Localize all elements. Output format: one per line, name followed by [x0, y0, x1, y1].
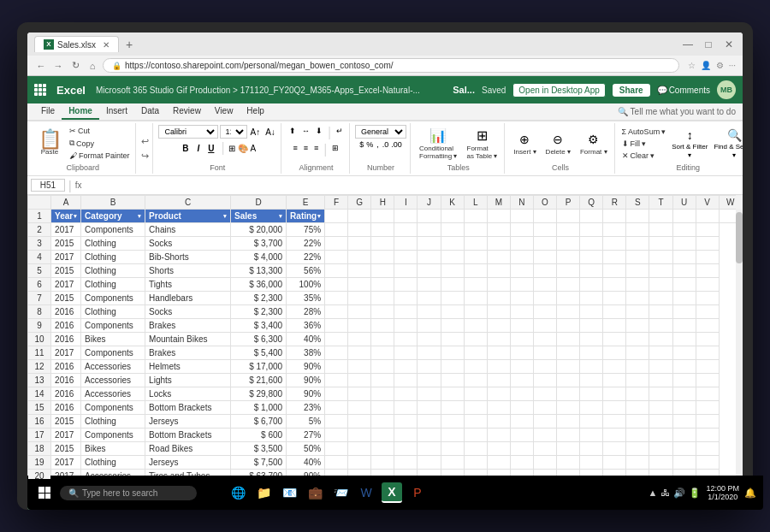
cell-product[interactable]: Chains	[145, 223, 231, 237]
cell-sales[interactable]: $ 6,300	[231, 333, 287, 346]
header-product[interactable]: Product ▾	[145, 210, 231, 223]
browser-tab-active[interactable]: X Sales.xlsx ✕	[34, 36, 119, 52]
merge-btn[interactable]: ⊞	[329, 142, 341, 157]
cell-rating[interactable]: 75%	[287, 223, 325, 237]
row-num-19[interactable]: 19	[28, 456, 51, 470]
row-num-16[interactable]: 16	[28, 415, 51, 429]
tray-expand-icon[interactable]: ▲	[649, 488, 658, 499]
cell-product[interactable]: Jerseys	[145, 456, 231, 470]
cell-year[interactable]: 2015	[51, 442, 81, 456]
delete-cells-btn[interactable]: ⊖ Delete ▾	[542, 129, 574, 157]
cell-category[interactable]: Clothing	[81, 456, 145, 470]
format-cells-btn[interactable]: ⚙ Format ▾	[577, 129, 611, 157]
refresh-btn[interactable]: ↻	[68, 60, 82, 71]
cell-category[interactable]: Clothing	[81, 251, 145, 264]
cell-category[interactable]: Clothing	[81, 305, 145, 319]
col-header-M[interactable]: M	[487, 196, 510, 210]
word-icon[interactable]: W	[356, 482, 376, 503]
increase-font-btn[interactable]: A↑	[249, 127, 263, 138]
cell-category[interactable]: Components	[81, 292, 145, 305]
row-num-13[interactable]: 13	[28, 374, 51, 387]
col-header-P[interactable]: P	[557, 196, 580, 210]
ribbon-tab-file[interactable]: File	[34, 103, 62, 120]
cell-category[interactable]: Clothing	[81, 237, 145, 251]
cell-year[interactable]: 2017	[51, 223, 81, 237]
align-bottom-btn[interactable]: ⬇	[313, 125, 325, 140]
cell-sales[interactable]: $ 2,300	[231, 305, 287, 319]
col-header-U[interactable]: U	[672, 196, 696, 210]
conditional-formatting-btn[interactable]: 📊 ConditionalFormatting ▾	[416, 126, 460, 162]
cell-category[interactable]: Accessories	[81, 374, 145, 387]
mail-icon[interactable]: 📧	[279, 482, 299, 503]
copy-btn[interactable]: ⧉ Copy	[68, 138, 132, 149]
row-num-7[interactable]: 7	[28, 292, 51, 305]
col-header-L[interactable]: L	[464, 196, 487, 210]
network-icon[interactable]: 🖧	[660, 488, 670, 499]
cell-category[interactable]: Clothing	[81, 264, 145, 278]
cell-product[interactable]: Handlebars	[145, 292, 231, 305]
cell-year[interactable]: 2016	[51, 401, 81, 415]
align-center-btn[interactable]: ≡	[301, 142, 311, 157]
cell-rating[interactable]: 50%	[287, 442, 325, 456]
notifications-icon[interactable]: 🔔	[744, 488, 756, 499]
col-header-A[interactable]: A	[51, 196, 81, 210]
cell-rating[interactable]: 40%	[287, 333, 325, 346]
cell-year[interactable]: 2015	[51, 415, 81, 429]
outlook-icon[interactable]: 📨	[330, 482, 351, 503]
bold-btn[interactable]: B	[179, 142, 192, 155]
cell-year[interactable]: 2017	[51, 346, 81, 360]
col-header-V[interactable]: V	[696, 196, 719, 210]
cell-rating[interactable]: 27%	[287, 429, 325, 442]
more-icon[interactable]: ···	[729, 61, 736, 70]
extension-icon[interactable]: ⚙	[716, 61, 724, 70]
cell-category[interactable]: Accessories	[81, 387, 145, 401]
italic-btn[interactable]: I	[193, 142, 203, 155]
cell-sales[interactable]: $ 6,700	[231, 415, 287, 429]
profile-icon[interactable]: 👤	[701, 61, 711, 70]
decrease-decimal-btn[interactable]: .0	[382, 140, 389, 149]
home-btn[interactable]: ⌂	[86, 61, 99, 71]
align-top-btn[interactable]: ⬆	[287, 125, 299, 140]
bookmark-icon[interactable]: ☆	[688, 61, 696, 70]
font-color-btn[interactable]: A	[251, 144, 257, 153]
sheet-grid[interactable]: A B C D E F G H I J K L M	[27, 195, 743, 479]
fill-btn[interactable]: ⬇ Fill ▾	[620, 139, 668, 149]
cell-sales[interactable]: $ 17,000	[231, 360, 287, 374]
ribbon-tab-review[interactable]: Review	[166, 103, 208, 120]
tell-me-box[interactable]: 🔍 Tell me what you want to do	[611, 104, 743, 119]
col-header-R[interactable]: R	[603, 196, 626, 210]
file-explorer-icon[interactable]: 📁	[253, 482, 274, 503]
back-btn[interactable]: ←	[34, 61, 48, 71]
forward-btn[interactable]: →	[51, 61, 65, 71]
cell-sales[interactable]: $ 2,300	[231, 292, 287, 305]
insert-cells-btn[interactable]: ⊕ Insert ▾	[510, 129, 539, 157]
cell-product[interactable]: Socks	[145, 305, 231, 319]
wrap-text-btn[interactable]: ↵	[334, 125, 346, 140]
formula-input[interactable]	[85, 180, 739, 191]
ribbon-tab-view[interactable]: View	[208, 103, 240, 120]
address-bar[interactable]: 🔒 https://contoso.sharepoint.com/persona…	[103, 58, 679, 73]
cell-sales[interactable]: $ 29,800	[231, 387, 287, 401]
align-left-btn[interactable]: ≡	[290, 142, 299, 157]
col-header-J[interactable]: J	[418, 196, 441, 210]
col-header-I[interactable]: I	[394, 196, 418, 210]
row-num-5[interactable]: 5	[28, 264, 51, 278]
header-sales[interactable]: Sales ▾	[231, 210, 287, 223]
row-num-14[interactable]: 14	[28, 387, 51, 401]
cell-year[interactable]: 2016	[51, 360, 81, 374]
waffle-icon[interactable]	[34, 84, 46, 96]
col-header-S[interactable]: S	[626, 196, 649, 210]
minimize-btn[interactable]: —	[681, 38, 695, 50]
edge-icon[interactable]: 🌐	[228, 482, 248, 503]
align-middle-btn[interactable]: ↔	[299, 125, 312, 140]
col-header-Q[interactable]: Q	[580, 196, 603, 210]
cell-category[interactable]: Clothing	[81, 415, 145, 429]
cell-rating[interactable]: 22%	[287, 237, 325, 251]
col-header-N[interactable]: N	[510, 196, 533, 210]
cell-product[interactable]: Locks	[145, 387, 231, 401]
clear-btn[interactable]: ✕ Clear ▾	[620, 151, 668, 161]
cell-category[interactable]: Bikes	[81, 333, 145, 346]
font-size-select[interactable]: 11	[220, 125, 247, 139]
cell-product[interactable]: Bottom Brackets	[145, 429, 231, 442]
cell-sales[interactable]: $ 36,000	[231, 278, 287, 292]
